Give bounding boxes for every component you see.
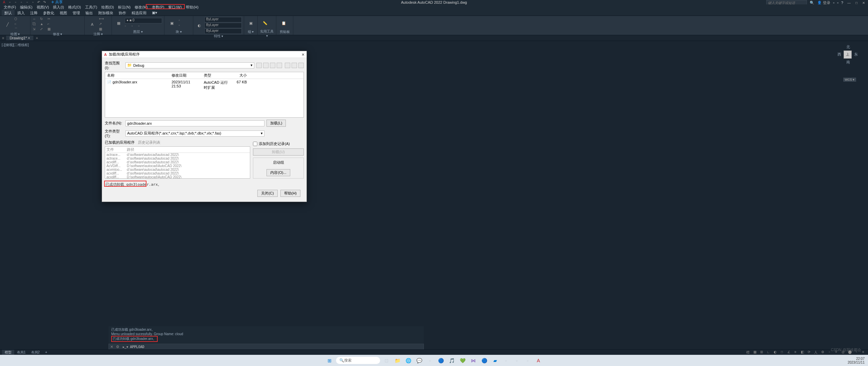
edge-icon[interactable]: 🌐 <box>404 356 413 365</box>
wcs-label[interactable]: WCS ▾ <box>843 78 856 82</box>
task-view-icon[interactable]: ⊡ <box>382 356 391 365</box>
trim-button[interactable]: ✂ <box>47 17 54 22</box>
layer-dropdown[interactable]: ● ■ 0 <box>125 18 162 23</box>
color-dropdown[interactable]: ByLayer <box>204 17 242 22</box>
find-button[interactable] <box>285 63 290 68</box>
create-block-button[interactable]: ▫ <box>179 18 185 23</box>
measure-button[interactable]: 📏 <box>260 17 271 29</box>
move-button[interactable]: ↔ <box>33 17 39 22</box>
customize-cmd-icon[interactable]: ⚙ <box>115 345 121 349</box>
osnap-button[interactable]: □ <box>779 350 785 355</box>
chrome-icon[interactable]: 🔵 <box>436 356 445 365</box>
chat-icon[interactable]: 💬 <box>415 356 423 365</box>
viewcube-face[interactable]: 上 <box>844 50 852 59</box>
leader-button[interactable]: ↗ <box>99 22 105 27</box>
layout2-tab[interactable]: 布局2 <box>28 350 43 355</box>
add-tab-button[interactable]: + <box>34 36 40 40</box>
tools-button[interactable] <box>298 63 304 68</box>
app-icon[interactable]: ▫ <box>426 356 434 365</box>
menu-file[interactable]: 文件(F) <box>2 4 18 10</box>
start-button[interactable]: ⊞ <box>325 356 334 365</box>
add-layout-button[interactable]: + <box>42 350 50 354</box>
rotate-button[interactable]: ↻ <box>40 17 46 22</box>
grid-button[interactable]: ▦ <box>752 350 757 355</box>
saveas-icon[interactable]: ▫ <box>25 0 29 5</box>
menu-tools[interactable]: 工具(T) <box>83 4 99 10</box>
load-button[interactable]: 加载(L) <box>267 120 286 127</box>
mirror-button[interactable]: ▲ <box>40 22 46 27</box>
redo-icon[interactable]: ↷ <box>42 0 47 5</box>
annotation-button[interactable]: 人 <box>813 350 818 355</box>
tab-insert[interactable]: 插入 <box>15 10 27 16</box>
tab-featured[interactable]: 精选应用 <box>129 10 149 16</box>
circle-button[interactable]: ○ <box>14 22 20 27</box>
polar-button[interactable]: ◐ <box>772 350 778 355</box>
view-menu-button[interactable] <box>277 63 282 68</box>
list-item[interactable]: acvmtoo...d:\software\autocad\autocad 20… <box>105 168 250 171</box>
add-history-checkbox[interactable]: 添加到历史记录(A) <box>253 141 304 146</box>
undo-icon[interactable]: ↶ <box>36 0 41 5</box>
col-date[interactable]: 修改日期 <box>170 72 202 79</box>
arc-button[interactable]: ⌒ <box>14 27 20 32</box>
viewcube-west[interactable]: 西 <box>837 52 841 57</box>
scale-button[interactable]: ⤢ <box>40 27 46 32</box>
model-space-button[interactable]: 模型 <box>745 350 751 355</box>
help-button[interactable]: 帮助(H) <box>280 190 300 197</box>
menu-insert[interactable]: 插入(I) <box>51 4 66 10</box>
paste-button[interactable]: 📋 <box>278 17 289 29</box>
col-size[interactable]: 大小 <box>232 72 249 79</box>
match-props-button[interactable]: ◐ <box>195 19 203 32</box>
customize-button[interactable]: ≡ <box>861 350 866 355</box>
loaded-list[interactable]: 文件路径 actrace...d:\software\autocad\autoc… <box>105 146 250 179</box>
app3-icon[interactable]: ▫ <box>512 356 521 365</box>
vs-icon[interactable]: ⋈ <box>469 356 478 365</box>
explorer-icon[interactable]: 📁 <box>393 356 402 365</box>
app2-icon[interactable]: ▫ <box>501 356 510 365</box>
line-button[interactable]: ╱ <box>2 18 13 30</box>
share-button[interactable]: ✈ 共享 <box>51 0 63 5</box>
copy-button[interactable]: ⿻ <box>33 22 39 27</box>
app-menu-icon[interactable]: A <box>2 0 6 5</box>
dialog-titlebar[interactable]: A 加载/卸载应用程序 × <box>102 51 307 58</box>
browser-icon[interactable]: 🔵 <box>480 356 489 365</box>
tab-parametric[interactable]: 参数化 <box>40 10 57 16</box>
file-row[interactable]: gdn3loader.arx 2023/11/11 21:53 AutoCAD … <box>105 79 303 91</box>
save-icon[interactable]: ▫ <box>19 0 24 5</box>
filename-input[interactable] <box>125 120 264 126</box>
ortho-button[interactable]: ∟ <box>766 350 771 355</box>
music-icon[interactable]: 🎵 <box>447 356 456 365</box>
wechat-icon[interactable]: 💚 <box>458 356 467 365</box>
menu-help[interactable]: 帮助(H) <box>184 4 200 10</box>
menu-dimension[interactable]: 标注(N) <box>116 4 133 10</box>
back-button[interactable] <box>256 63 262 68</box>
up-button[interactable] <box>263 63 269 68</box>
filetype-dropdown[interactable]: AutoCAD 应用程序(*.arx;*.crx;*.lsp;*.dvb;*.d… <box>125 130 264 137</box>
tab-collaborate[interactable]: 协作 <box>116 10 129 16</box>
file-tab-drawing1[interactable]: Drawing1* × <box>6 36 34 40</box>
minimize-button[interactable]: — <box>846 1 852 5</box>
tab-addons[interactable]: 附加模块 <box>96 10 116 16</box>
menu-format[interactable]: 格式(O) <box>66 4 83 10</box>
taskbar-search[interactable]: 🔍 搜索 <box>336 357 380 364</box>
otrack-button[interactable]: ∠ <box>786 350 791 355</box>
layer-props-button[interactable]: ▦ <box>114 17 123 29</box>
unload-button[interactable]: 卸载(U) <box>253 148 304 156</box>
transparency-button[interactable]: ◧ <box>800 350 805 355</box>
list-item[interactable]: acxdiff...D:\software\autocad\AutoCAD 20… <box>105 175 250 179</box>
folder-dropdown[interactable]: 📁Debug▾ <box>125 62 254 68</box>
dialog-close-button[interactable]: × <box>302 52 304 57</box>
fillet-button[interactable]: ⌐ <box>47 22 54 27</box>
tab-annotate[interactable]: 注释 <box>27 10 40 16</box>
app4-icon[interactable]: ▫ <box>523 356 532 365</box>
layer-lock-button[interactable]: ▫ <box>138 24 144 29</box>
menu-draw[interactable]: 绘图(D) <box>99 4 116 10</box>
model-tab[interactable]: 模型 <box>2 350 14 355</box>
lineweight-button[interactable]: ≡ <box>793 350 798 355</box>
file-list[interactable]: 名称 修改日期 类型 大小 gdn3loader.arx 2023/11/11 … <box>105 72 304 118</box>
maximize-button[interactable]: □ <box>854 1 859 5</box>
autocad-taskbar-icon[interactable]: A <box>534 356 543 365</box>
view-label[interactable]: [-][俯视][二维线框] <box>2 43 29 47</box>
polyline-button[interactable]: ⬡ <box>14 17 20 22</box>
viewcube[interactable]: 北 东 南 西 上 <box>837 44 858 65</box>
list-item[interactable]: acvdiff...d:\software\autocad\autocad 20… <box>105 160 250 164</box>
